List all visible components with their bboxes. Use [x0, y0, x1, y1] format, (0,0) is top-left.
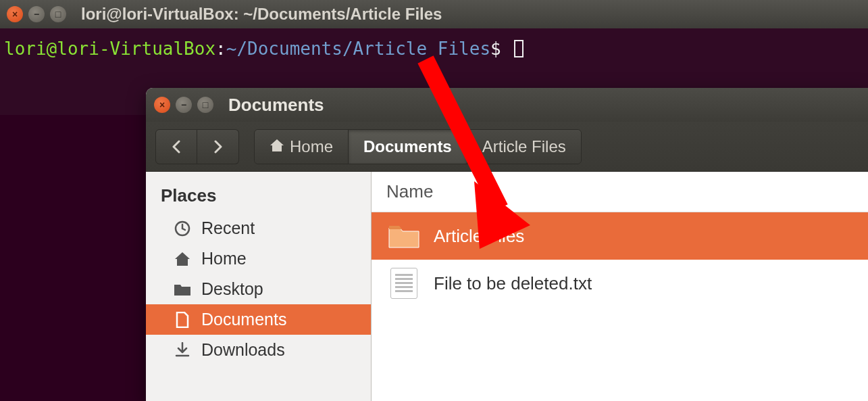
file-manager-window: × − □ Documents Home Documents Article F… — [146, 88, 868, 401]
folder-icon — [173, 283, 192, 296]
places-header: Places — [146, 180, 371, 213]
breadcrumb: Home Documents Article Files — [254, 129, 582, 164]
file-manager-title: Documents — [228, 95, 324, 116]
breadcrumb-label: Article Files — [482, 137, 566, 156]
sidebar-item-label: Desktop — [201, 279, 263, 299]
sidebar-item-downloads[interactable]: Downloads — [146, 335, 371, 365]
close-icon[interactable]: × — [7, 6, 23, 22]
content-area: Places Recent Home Desktop — [146, 172, 868, 401]
list-item-folder[interactable]: Article Files — [372, 212, 868, 260]
close-icon[interactable]: × — [154, 97, 170, 113]
list-item-name: Article Files — [434, 226, 524, 247]
sidebar-item-label: Downloads — [201, 340, 285, 360]
home-icon — [270, 137, 284, 156]
prompt-suffix: $ — [490, 39, 511, 59]
home-icon — [173, 252, 192, 266]
breadcrumb-label: Home — [290, 137, 333, 156]
terminal-titlebar[interactable]: × − □ lori@lori-VirtualBox: ~/Documents/… — [0, 0, 868, 28]
maximize-icon[interactable]: □ — [197, 97, 213, 113]
folder-icon — [388, 222, 420, 250]
prompt-colon: : — [215, 39, 226, 59]
sidebar-item-home[interactable]: Home — [146, 243, 371, 274]
clock-icon — [173, 220, 192, 237]
breadcrumb-article-files[interactable]: Article Files — [467, 130, 581, 164]
minimize-icon[interactable]: − — [28, 6, 45, 22]
file-manager-titlebar[interactable]: × − □ Documents — [146, 88, 868, 122]
minimize-icon[interactable]: − — [176, 97, 192, 113]
sidebar-item-label: Home — [201, 249, 247, 268]
sidebar: Places Recent Home Desktop — [146, 172, 372, 401]
breadcrumb-home[interactable]: Home — [255, 130, 349, 164]
list-item-file[interactable]: File to be deleted.txt — [372, 260, 868, 307]
breadcrumb-label: Documents — [363, 137, 452, 156]
prompt-userhost: lori@lori-VirtualBox — [4, 39, 215, 59]
column-header-name[interactable]: Name — [372, 172, 868, 212]
nav-back-button[interactable] — [155, 129, 197, 164]
list-item-name: File to be deleted.txt — [434, 273, 592, 294]
chevron-left-icon — [172, 140, 181, 154]
terminal-title: lori@lori-VirtualBox: ~/Documents/Articl… — [81, 5, 442, 24]
maximize-icon[interactable]: □ — [50, 6, 66, 22]
file-list: Name Article Files File to be deleted.tx… — [372, 172, 868, 401]
nav-forward-button[interactable] — [197, 129, 239, 164]
sidebar-item-desktop[interactable]: Desktop — [146, 274, 371, 304]
download-icon — [173, 342, 192, 358]
sidebar-item-documents[interactable]: Documents — [146, 304, 371, 335]
breadcrumb-documents[interactable]: Documents — [349, 130, 467, 164]
text-file-icon — [388, 269, 420, 298]
prompt-path: ~/Documents/Article Files — [226, 39, 490, 59]
chevron-right-icon — [213, 140, 223, 154]
sidebar-item-recent[interactable]: Recent — [146, 213, 371, 243]
document-icon — [173, 312, 192, 328]
sidebar-item-label: Recent — [201, 218, 255, 238]
toolbar: Home Documents Article Files — [146, 122, 868, 172]
sidebar-item-label: Documents — [201, 310, 286, 329]
cursor-icon — [514, 40, 524, 57]
